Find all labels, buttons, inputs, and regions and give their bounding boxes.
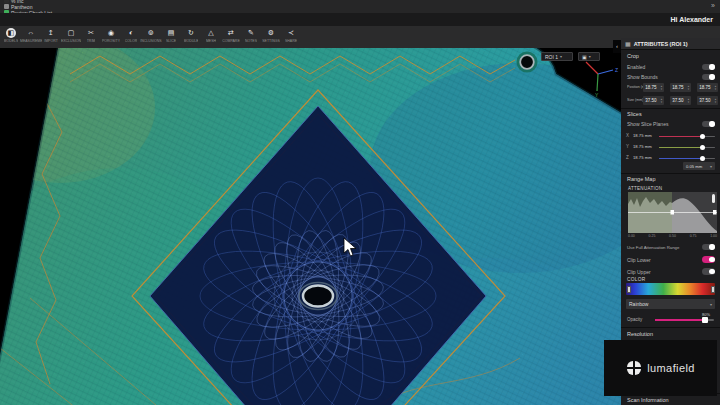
stepper[interactable]: ▴ ▾ xyxy=(686,98,691,102)
show-slice-planes-toggle[interactable] xyxy=(702,121,715,128)
toolbar-button[interactable]: ⊚ INCLUSIONS xyxy=(141,28,161,43)
attenuation-histogram[interactable] xyxy=(628,192,717,233)
3d-viewport[interactable]: X Z Y ROI 1 ▾ ▣ ▾ xyxy=(0,48,621,405)
tool-label: MODELS xyxy=(4,39,19,43)
bookmarks-bar: ta Request Lumafield Voyager Procure Pro… xyxy=(0,0,720,13)
stepper[interactable]: ▴ ▾ xyxy=(713,98,718,102)
slider-handle[interactable] xyxy=(702,317,708,323)
toolbar-button[interactable]: ↥ IMPORT xyxy=(41,28,61,43)
toolbar-button[interactable]: ✎ NOTES xyxy=(241,28,261,43)
panel-collapse-button[interactable]: ‹ xyxy=(613,40,621,53)
chevron-down-icon: ▾ xyxy=(589,54,591,59)
axis-z-label: Z xyxy=(615,67,618,73)
clip-upper-label: Clip Upper xyxy=(627,269,651,275)
tool-icon: ⇔ xyxy=(26,28,36,38)
toolbar-button[interactable]: ⇄ COMPARE xyxy=(221,28,241,43)
show-bounds-toggle[interactable] xyxy=(702,74,715,81)
range-handle-left[interactable] xyxy=(671,210,675,215)
tick-label: 0.50 xyxy=(669,234,676,238)
tool-label: POROSITY xyxy=(102,39,120,43)
tool-label: COMPARE xyxy=(222,39,239,43)
slice-slider[interactable] xyxy=(659,158,715,160)
lumafield-watermark: lumafield xyxy=(604,340,717,396)
position-input[interactable]: 18.75 ▴ ▾ xyxy=(697,83,718,92)
toolbar-button[interactable]: △ MESH xyxy=(201,28,221,43)
toolbar-button[interactable]: ◉ POROSITY xyxy=(101,28,121,43)
section-resolution[interactable]: Resolution xyxy=(627,331,653,337)
range-handle-right[interactable] xyxy=(713,210,717,215)
use-full-range-label: Use Full Attenuation Range xyxy=(627,245,679,250)
gradient-handle-left[interactable] xyxy=(627,286,631,293)
tool-label: INCLUSIONS xyxy=(140,39,161,43)
stepper-down-icon[interactable]: ▾ xyxy=(715,88,716,90)
toolbar-button[interactable]: ▢ EXCLUSION xyxy=(61,28,81,43)
clip-upper-toggle[interactable] xyxy=(702,268,715,275)
view-cube-icon: ▣ xyxy=(582,54,587,60)
toolbar-button[interactable]: ✂ TRIM xyxy=(81,28,101,43)
toolbar-button[interactable]: ⇔ MEASUREMENT xyxy=(21,28,41,43)
stepper-down-icon[interactable]: ▾ xyxy=(661,101,662,103)
slice-axis-label: X xyxy=(626,133,629,138)
stepper-down-icon[interactable]: ▾ xyxy=(688,88,689,90)
tool-label: SHARE xyxy=(285,39,297,43)
size-value: 37.50 xyxy=(697,98,713,103)
tool-label: COLOR xyxy=(125,39,137,43)
section-slices[interactable]: Slices xyxy=(627,111,642,117)
tool-icon: ⚙ xyxy=(266,28,276,38)
enabled-toggle[interactable] xyxy=(702,64,715,71)
stepper-down-icon[interactable]: ▾ xyxy=(661,88,662,90)
stepper-down-icon[interactable]: ▾ xyxy=(688,101,689,103)
slice-step-value: 0.05 mm xyxy=(686,164,710,169)
chevron-down-icon: ▾ xyxy=(710,164,712,169)
attenuation-label: ATTENUATION xyxy=(628,186,662,191)
stepper[interactable]: ▴ ▾ xyxy=(686,85,691,89)
colormap-dropdown[interactable]: Rainbow ▾ xyxy=(626,299,715,309)
clip-lower-toggle[interactable] xyxy=(702,256,715,263)
toolbar-button[interactable]: ◐ COLOR xyxy=(121,28,141,43)
stepper-down-icon[interactable]: ▾ xyxy=(715,101,716,103)
panel-header: ▦ ATTRIBUTES (ROI 1) xyxy=(621,38,720,50)
roi-dropdown[interactable]: ROI 1 ▾ xyxy=(541,52,573,61)
section-scan-information[interactable]: Scan Information xyxy=(627,397,669,403)
toolbar-button[interactable]: ▤ SLICE xyxy=(161,28,181,43)
slider-handle[interactable] xyxy=(700,145,705,150)
axis-y-label: Y xyxy=(595,92,599,98)
stepper[interactable]: ▴ ▾ xyxy=(659,98,664,102)
toolbar-button[interactable]: ≺ SHARE xyxy=(281,28,301,43)
slider-handle[interactable] xyxy=(700,156,705,161)
slice-slider[interactable] xyxy=(659,147,715,149)
section-range-map[interactable]: Range Map xyxy=(627,176,655,182)
toolbar-button[interactable]: ◧ MODELS xyxy=(1,28,21,43)
gradient-handle-right[interactable] xyxy=(711,286,715,293)
tool-icon: ↻ xyxy=(186,28,196,38)
tool-label: SLICE xyxy=(166,39,176,43)
colormap-gradient[interactable] xyxy=(626,283,715,295)
clip-grip[interactable] xyxy=(712,194,715,203)
section-crop[interactable]: Crop xyxy=(627,53,639,59)
toolbar-button[interactable]: ⚙ SETTINGS xyxy=(261,28,281,43)
colormap-value: Rainbow xyxy=(629,301,710,307)
slice-slider[interactable] xyxy=(659,136,715,138)
stepper[interactable]: ▴ ▾ xyxy=(659,85,664,89)
user-menu[interactable]: Hi Alexander xyxy=(670,16,713,23)
toolbar-button[interactable]: ↻ MODULE xyxy=(181,28,201,43)
size-input[interactable]: 37.50 ▴ ▾ xyxy=(697,96,718,105)
position-input[interactable]: 18.75 ▴ ▾ xyxy=(670,83,691,92)
position-input[interactable]: 18.75 ▴ ▾ xyxy=(643,83,664,92)
scan-render: X Z Y xyxy=(0,48,621,405)
size-value: 37.50 xyxy=(643,98,659,103)
use-full-range-toggle[interactable] xyxy=(702,244,715,251)
bookmarks-overflow-icon[interactable]: » xyxy=(709,2,717,9)
slice-slider-row: X 18.75 mm xyxy=(621,131,720,141)
tick-label: 0.25 xyxy=(649,234,656,238)
size-input[interactable]: 37.50 ▴ ▾ xyxy=(670,96,691,105)
slider-handle[interactable] xyxy=(700,134,705,139)
app-header: Hi Alexander xyxy=(0,13,720,26)
slice-step-dropdown[interactable]: 0.05 mm ▾ xyxy=(683,162,715,170)
opacity-slider[interactable] xyxy=(655,319,714,321)
color-label: COLOR xyxy=(627,277,646,282)
size-input[interactable]: 37.50 ▴ ▾ xyxy=(643,96,664,105)
view-dropdown[interactable]: ▣ ▾ xyxy=(578,52,600,61)
stepper[interactable]: ▴ ▾ xyxy=(713,85,718,89)
opacity-label: Opacity xyxy=(627,317,642,322)
